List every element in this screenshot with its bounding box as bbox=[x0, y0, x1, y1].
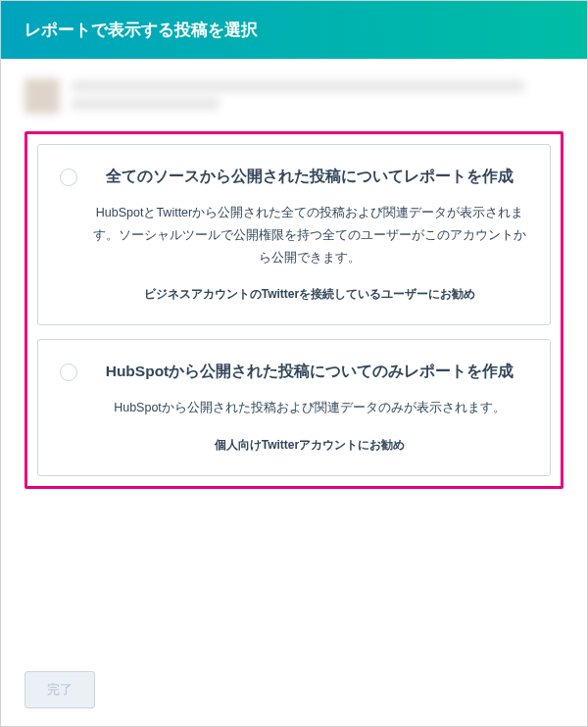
option-title: HubSpotから公開された投稿についてのみレポートを作成 bbox=[91, 360, 528, 383]
option-content: 全てのソースから公開された投稿についてレポートを作成 HubSpotとTwitt… bbox=[91, 165, 528, 303]
avatar bbox=[24, 78, 60, 114]
option-content: HubSpotから公開された投稿についてのみレポートを作成 HubSpotから公… bbox=[91, 360, 528, 453]
option-recommendation: 個人向けTwitterアカウントにお勧め bbox=[91, 436, 528, 454]
modal-header: レポートで表示する投稿を選択 bbox=[1, 1, 587, 59]
modal-footer: 完了 bbox=[1, 657, 587, 726]
done-button[interactable]: 完了 bbox=[24, 671, 95, 708]
option-hubspot-only[interactable]: HubSpotから公開された投稿についてのみレポートを作成 HubSpotから公… bbox=[37, 339, 551, 475]
select-posts-modal: レポートで表示する投稿を選択 全てのソースから公開された投稿についてレポートを作… bbox=[0, 0, 588, 727]
option-recommendation: ビジネスアカウントのTwitterを接続しているユーザーにお勧め bbox=[91, 285, 528, 303]
radio-icon[interactable] bbox=[60, 169, 77, 186]
options-highlight-box: 全てのソースから公開された投稿についてレポートを作成 HubSpotとTwitt… bbox=[24, 131, 564, 489]
option-description: HubSpotから公開された投稿および関連データのみが表示されます。 bbox=[91, 397, 528, 419]
option-description: HubSpotとTwitterから公開された全ての投稿および関連データが表示され… bbox=[91, 202, 528, 269]
account-info-blurred bbox=[24, 78, 564, 116]
radio-icon[interactable] bbox=[60, 364, 77, 381]
placeholder-line bbox=[72, 80, 524, 92]
modal-body: 全てのソースから公開された投稿についてレポートを作成 HubSpotとTwitt… bbox=[1, 59, 587, 657]
modal-title: レポートで表示する投稿を選択 bbox=[24, 21, 258, 39]
account-text-placeholder bbox=[72, 78, 564, 116]
option-title: 全てのソースから公開された投稿についてレポートを作成 bbox=[91, 165, 528, 188]
option-all-sources[interactable]: 全てのソースから公開された投稿についてレポートを作成 HubSpotとTwitt… bbox=[37, 144, 551, 325]
placeholder-line bbox=[72, 98, 220, 110]
